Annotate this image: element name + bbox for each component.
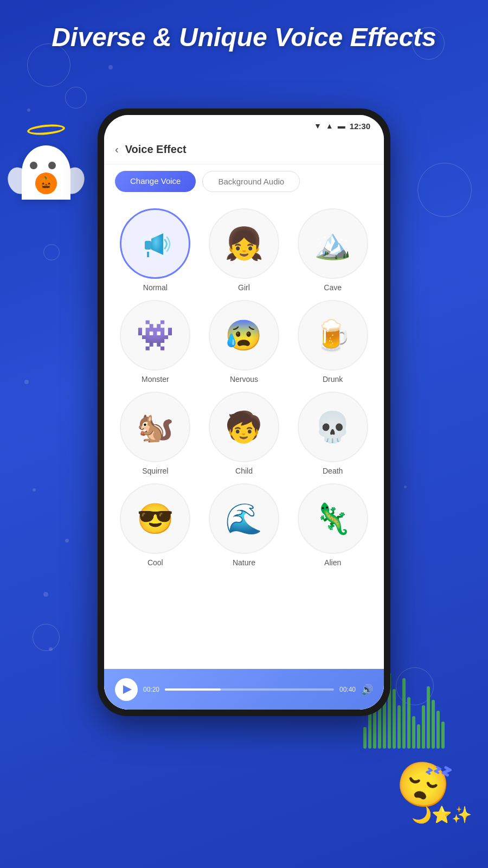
wave-bar [436,711,440,749]
effect-label-girl: Girl [238,283,250,292]
audio-player: 00:20 00:40 🔊 [104,669,384,710]
play-button[interactable] [115,678,138,701]
wave-bar [402,678,406,749]
effect-label-drunk: Drunk [323,375,343,384]
effect-item-squirrel[interactable]: 🐿️Squirrel [115,392,196,475]
effect-circle-cave: 🏔️ [298,208,368,279]
wave-bar [397,705,401,749]
effect-circle-cool: 😎 [120,483,190,554]
status-bar: ▼ ▲ ▬ 12:30 [104,115,384,137]
effect-circle-girl: 👧 [209,208,279,279]
time-current: 00:20 [143,686,159,693]
effect-label-monster: Monster [142,375,169,384]
effect-item-child[interactable]: 🧒Child [204,392,285,475]
effect-label-child: Child [235,467,253,475]
wave-bar [427,686,430,749]
effects-grid: Normal👧Girl🏔️Cave👾Monster😰Nervous🍺Drunk🐿… [104,200,384,710]
wave-bar [363,727,367,749]
battery-icon: ▬ [338,122,345,130]
wave-bar [417,724,420,749]
wave-bar [393,689,396,749]
tab-change-voice[interactable]: Change Voice [115,171,196,192]
tab-bar: Change Voice Background Audio [104,164,384,200]
effect-label-cool: Cool [147,558,163,567]
tab-background-audio[interactable]: Background Audio [202,171,300,192]
effect-item-nervous[interactable]: 😰Nervous [204,300,285,384]
app-header: ‹ Voice Effect [104,137,384,164]
effect-item-cave[interactable]: 🏔️Cave [292,208,373,292]
progress-bar[interactable] [165,688,334,691]
effect-item-death[interactable]: 💀Death [292,392,373,475]
status-time: 12:30 [350,122,370,131]
effect-circle-drunk: 🍺 [298,300,368,371]
svg-rect-1 [145,241,151,250]
effect-item-alien[interactable]: 🦎Alien [292,483,373,567]
effect-circle-monster: 👾 [120,300,190,371]
ghost-decoration-bottom: 😴 🌙⭐✨ [374,760,472,841]
effect-label-death: Death [323,467,343,475]
effect-item-cool[interactable]: 😎Cool [115,483,196,567]
wave-bar [432,700,435,749]
phone-content: Normal👧Girl🏔️Cave👾Monster😰Nervous🍺Drunk🐿… [104,200,384,710]
volume-icon[interactable]: 🔊 [361,684,373,695]
effect-item-normal[interactable]: Normal [115,208,196,292]
effect-label-cave: Cave [324,283,342,292]
effect-circle-normal [120,208,190,279]
time-total: 00:40 [339,686,356,693]
effect-item-girl[interactable]: 👧Girl [204,208,285,292]
page-title: Diverse & Unique Voice Effects [0,0,488,64]
effect-label-squirrel: Squirrel [142,467,168,475]
effect-label-nervous: Nervous [230,375,258,384]
effect-item-drunk[interactable]: 🍺Drunk [292,300,373,384]
effect-label-nature: Nature [233,558,255,567]
wave-bar [368,711,371,749]
header-title: Voice Effect [125,143,187,156]
phone-frame: ▼ ▲ ▬ 12:30 ‹ Voice Effect Change Voice … [98,108,390,716]
effect-circle-nervous: 😰 [209,300,279,371]
signal-icon: ▲ [326,122,333,130]
wave-bar [407,697,410,749]
wave-bar [412,716,415,749]
wave-bar [422,705,425,749]
effect-circle-death: 💀 [298,392,368,462]
play-icon [123,685,132,694]
effect-item-nature[interactable]: 🌊Nature [204,483,285,567]
effect-circle-nature: 🌊 [209,483,279,554]
effect-circle-child: 🧒 [209,392,279,462]
wifi-icon: ▼ [314,122,322,130]
effect-circle-alien: 🦎 [298,483,368,554]
back-button[interactable]: ‹ [115,143,119,156]
effect-label-normal: Normal [143,283,168,292]
phone-screen: ▼ ▲ ▬ 12:30 ‹ Voice Effect Change Voice … [104,115,384,710]
effect-label-alien: Alien [324,558,341,567]
effect-circle-squirrel: 🐿️ [120,392,190,462]
ghost-decoration-left: 🎃 [11,125,81,212]
effect-item-monster[interactable]: 👾Monster [115,300,196,384]
wave-bar [441,722,445,749]
progress-fill [165,688,221,691]
